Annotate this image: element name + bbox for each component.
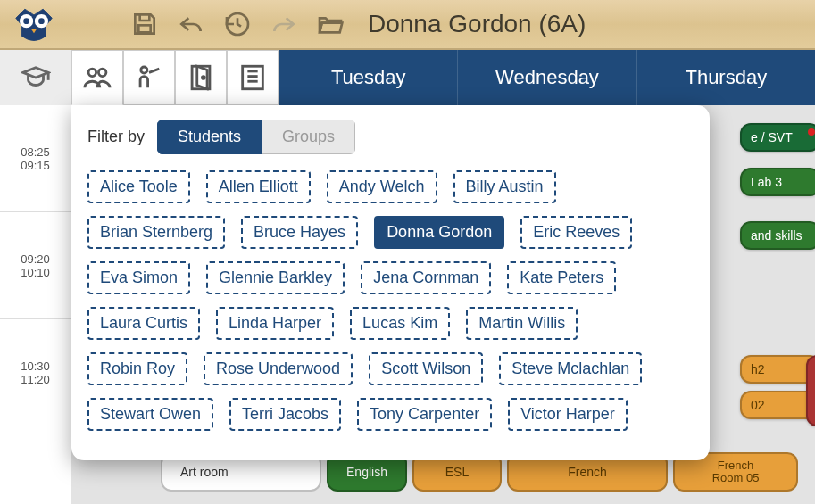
student-chip[interactable]: Brian Sternberg: [87, 216, 225, 249]
undo-icon[interactable]: [171, 4, 211, 44]
student-chip[interactable]: Martin Willis: [466, 307, 578, 340]
course-card[interactable]: and skills: [740, 221, 815, 250]
filter-label: Filter by: [87, 128, 145, 146]
pin-icon: [808, 128, 815, 136]
student-chip[interactable]: Linda Harper: [216, 307, 334, 340]
filter-row: Filter by Students Groups: [87, 120, 694, 154]
student-chip-list: Alice TooleAllen ElliottAndy WelchBilly …: [87, 170, 694, 431]
left-header-cell: [0, 50, 71, 105]
day-header[interactable]: Wednesday: [457, 50, 636, 105]
graduate-icon: [21, 62, 51, 93]
student-chip[interactable]: Andy Welch: [327, 170, 437, 203]
book-icon: [237, 62, 268, 93]
student-chip[interactable]: Jena Cornman: [361, 261, 491, 294]
day-header-row: TuesdayWednesdayThursday: [0, 50, 815, 105]
student-chip[interactable]: Kate Peters: [507, 261, 616, 294]
teacher-icon: [134, 62, 164, 93]
student-chip[interactable]: Tony Carpenter: [357, 398, 492, 431]
student-chip[interactable]: Eric Reeves: [520, 216, 632, 249]
svg-point-9: [202, 77, 204, 79]
redo-icon[interactable]: [264, 4, 304, 44]
open-folder-icon[interactable]: [311, 4, 350, 44]
card-french-2-title: French: [718, 459, 753, 472]
seg-students[interactable]: Students: [157, 120, 262, 154]
student-chip[interactable]: Terri Jacobs: [229, 398, 341, 431]
student-chip[interactable]: Allen Elliott: [206, 170, 311, 203]
seg-groups[interactable]: Groups: [262, 120, 355, 154]
view-tab-subject[interactable]: [227, 50, 279, 105]
svg-point-6: [98, 69, 106, 77]
course-card[interactable]: [806, 355, 815, 426]
student-chip[interactable]: Scott Wilson: [369, 352, 483, 385]
view-tab-teacher[interactable]: [123, 50, 175, 105]
course-card[interactable]: 02: [740, 391, 815, 419]
student-chip[interactable]: Robin Roy: [87, 352, 187, 385]
student-chip[interactable]: Alice Toole: [87, 170, 190, 203]
student-chip[interactable]: Rose Underwood: [204, 352, 353, 385]
view-mode-tabs: [71, 50, 279, 105]
svg-point-2: [23, 18, 29, 24]
filter-segmented: Students Groups: [157, 120, 355, 154]
people-icon: [82, 62, 112, 93]
student-chip[interactable]: Glennie Barkley: [206, 261, 345, 294]
student-chip[interactable]: Donna Gordon: [374, 216, 504, 249]
view-tab-people[interactable]: [71, 50, 123, 105]
card-french-2-room: Room 05: [712, 472, 760, 484]
view-tab-room[interactable]: [175, 50, 227, 105]
day-header[interactable]: Tuesday: [279, 50, 457, 105]
save-icon[interactable]: [125, 4, 164, 44]
student-chip[interactable]: Billy Austin: [453, 170, 556, 203]
history-icon[interactable]: [218, 4, 257, 44]
door-icon: [186, 62, 216, 93]
student-chip[interactable]: Victor Harper: [508, 398, 628, 431]
app-logo: [7, 2, 61, 46]
page-title: Donna Gordon (6A): [368, 10, 586, 38]
course-card[interactable]: e / SVT: [740, 123, 815, 152]
student-chip[interactable]: Lucas Kim: [350, 307, 450, 340]
student-filter-popup: Filter by Students Groups Alice TooleAll…: [71, 105, 710, 460]
time-slot: 10:3011:20: [0, 319, 71, 426]
student-chip[interactable]: Laura Curtis: [87, 307, 200, 340]
time-slot: 08:2509:15: [0, 105, 71, 212]
day-header[interactable]: Thursday: [636, 50, 815, 105]
svg-point-7: [141, 67, 147, 73]
student-chip[interactable]: Bruce Hayes: [241, 216, 358, 249]
svg-rect-4: [138, 25, 150, 32]
time-column: 08:2509:1509:2010:1010:3011:20: [0, 105, 71, 504]
svg-point-3: [38, 18, 45, 24]
student-chip[interactable]: Eva Simon: [87, 261, 190, 294]
student-chip[interactable]: Steve Mclachlan: [499, 352, 642, 385]
course-card[interactable]: h2: [740, 355, 815, 384]
svg-point-5: [88, 69, 96, 77]
course-card[interactable]: Lab 3: [740, 168, 815, 196]
student-chip[interactable]: Stewart Owen: [87, 398, 213, 431]
top-toolbar: Donna Gordon (6A): [0, 0, 815, 50]
time-slot: 09:2010:10: [0, 212, 71, 319]
